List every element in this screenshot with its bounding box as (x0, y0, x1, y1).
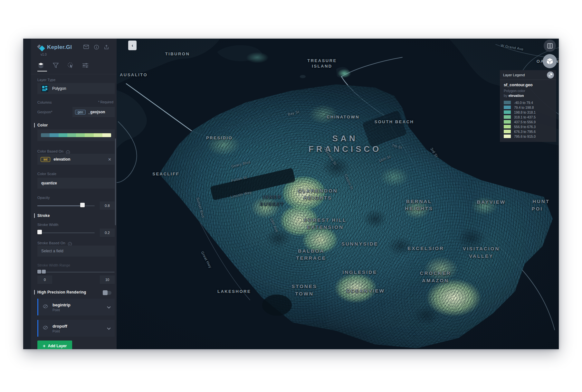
add-layer-button[interactable]: + Add Layer (37, 341, 72, 349)
layer-type-label: Layer Type (37, 78, 55, 82)
map-label: SEACLIFF (152, 172, 179, 176)
range-handle-min[interactable] (37, 270, 41, 274)
opacity-value[interactable]: 0.8 (100, 201, 115, 210)
tab-filters[interactable] (52, 62, 59, 69)
color-scale-selector[interactable]: quantize (37, 178, 115, 189)
map-label: SAN (332, 134, 358, 144)
angel-island-contours (246, 52, 269, 63)
palette-swatch (76, 133, 85, 137)
legend-swatch (504, 130, 511, 133)
legend-range-label: -40.0 to 79.4 (514, 101, 533, 105)
color-field-value: elevation (53, 157, 105, 162)
legend-pin-button[interactable] (547, 71, 554, 79)
stroke-width-range-slider[interactable] (37, 268, 115, 276)
layer-legend-panel: Layer Legend sf_contour.geo Polygon colo… (500, 70, 556, 142)
map-label: FOREST HILL (304, 217, 346, 223)
map-label: EXTENSION (307, 224, 344, 230)
opacity-slider[interactable]: 0.8 (37, 201, 115, 210)
tab-layers[interactable] (37, 62, 44, 69)
layer-visibility-toggle[interactable] (43, 304, 48, 310)
map-label: CLARENDON (298, 188, 338, 193)
high-precision-header: High Precision Rendering (34, 290, 86, 294)
info-icon[interactable] (94, 45, 99, 50)
range-handle-max[interactable] (42, 270, 46, 274)
plus-icon: + (43, 343, 46, 349)
palette-swatch (41, 133, 50, 137)
legend-layer-name: sf_contour.geo (504, 83, 552, 87)
opacity-slider-handle[interactable] (80, 203, 85, 207)
legend-item: 79.4 to 198.8 (504, 105, 552, 110)
map-label: TERRACE (296, 255, 326, 261)
sidebar-collapse-button[interactable]: ‹ (128, 41, 137, 50)
stroke-width-slider[interactable]: 0.2 (37, 229, 115, 237)
sidebar-scrollbar[interactable] (115, 138, 116, 225)
color-section-header: Color (34, 123, 48, 127)
map-canvas[interactable]: TIBURONAUSALITOTREASUREISLANDW Grand Ave… (117, 39, 559, 349)
geo-type-chip: geo (75, 110, 86, 115)
high-precision-toggle[interactable] (103, 291, 111, 295)
columns-label: Columns (37, 100, 52, 104)
legend-range-label: 795.6 to 915.0 (514, 135, 536, 138)
layer-type-value: Polygon (52, 86, 66, 91)
layer-item-begintrip[interactable]: begintripPoint (37, 299, 115, 315)
layer-point-type: Point (52, 330, 102, 333)
layer-type-selector[interactable]: Polygon (37, 83, 115, 94)
stroke-field-selector[interactable]: Select a field (37, 246, 115, 257)
geojson-field-selector[interactable]: geo _geojson (72, 107, 115, 117)
mail-icon[interactable] (83, 45, 89, 50)
color-palette-bar (41, 133, 111, 137)
stroke-width-range-label: Stroke Width Range (37, 263, 70, 267)
map-label: EXCELSIOR (407, 246, 444, 251)
share-icon[interactable] (104, 45, 109, 50)
layer-expand-button[interactable] (107, 325, 111, 331)
stroke-field-placeholder: Select a field (41, 249, 63, 253)
app-title: Kepler.Gl (47, 44, 72, 51)
color-based-on-label: Color Based On (37, 149, 63, 153)
layer-item-dropoff[interactable]: dropoffPoint (37, 320, 115, 337)
legend-range-label: 556.9 to 676.3 (514, 125, 536, 129)
side-panel-strip (23, 39, 31, 349)
layer-visibility-toggle[interactable] (43, 325, 48, 331)
opacity-label: Opacity (37, 196, 50, 200)
lake-merced (262, 294, 292, 316)
collapse-arrow-icon: ‹ (132, 43, 133, 48)
stroke-section-header: Stroke (34, 213, 50, 218)
side-panel: Kepler.Gl v1.0 (23, 39, 117, 349)
map-label: TREASURE (307, 58, 337, 63)
toggle-3d-button[interactable] (543, 54, 557, 68)
legend-header: Layer Legend (500, 70, 556, 80)
map-label: HUNT (532, 199, 550, 204)
legend-channel: Polygon color (504, 89, 552, 93)
legend-by-field: by elevation (504, 94, 552, 98)
range-min-value[interactable]: 0 (37, 275, 52, 284)
map-label: STONES (291, 284, 317, 289)
split-map-button[interactable] (544, 40, 556, 52)
map-label: ISLAND (312, 64, 332, 69)
color-range-selector[interactable] (37, 129, 115, 141)
legend-range-label: 79.4 to 198.8 (514, 106, 534, 109)
range-max-value[interactable]: 10 (100, 275, 115, 284)
geojson-value: _geojson (88, 110, 105, 114)
color-field-selector[interactable]: int elevation ✕ (37, 154, 115, 165)
stroke-based-on-label: Stroke Based On (37, 241, 65, 245)
active-tab-indicator (37, 71, 47, 71)
stroke-width-value[interactable]: 0.2 (100, 229, 115, 237)
tab-interactions[interactable] (67, 62, 74, 69)
visibility-off-icon (43, 325, 48, 330)
tab-settings[interactable] (82, 62, 89, 69)
map-label: INGLESIDE (342, 269, 377, 275)
app-window: TIBURONAUSALITOTREASUREISLANDW Grand Ave… (23, 39, 559, 349)
map-label: SUNSET (260, 201, 284, 207)
stroke-width-label: Stroke Width (37, 223, 58, 227)
chevron-down-icon (107, 306, 111, 309)
kepler-logo-icon (37, 44, 45, 51)
clear-field-icon[interactable]: ✕ (108, 157, 111, 162)
map-label: POI (532, 206, 543, 211)
map-label: SUNNYSIDE (341, 241, 378, 247)
legend-item: 318.1 to 437.5 (504, 115, 552, 119)
layer-expand-button[interactable] (107, 304, 111, 310)
map-label: LAKESHORE (217, 289, 251, 294)
color-based-on-row: Color Based Oni (37, 148, 70, 154)
stroke-width-slider-handle[interactable] (37, 230, 42, 234)
map-label: CROCKER (420, 270, 451, 276)
